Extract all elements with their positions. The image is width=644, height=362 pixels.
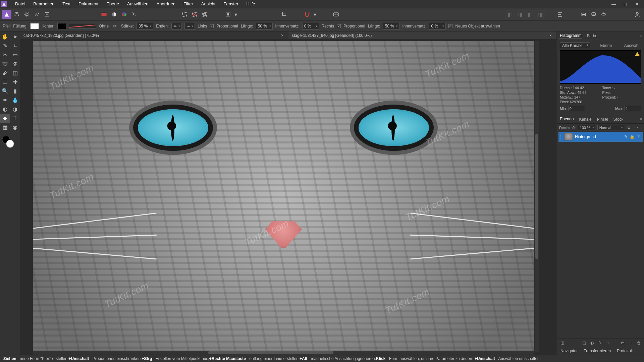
document-tab-2[interactable]: stage-1531427_640.jpg [Geändert] (100,0%… bbox=[288, 32, 557, 39]
panel-tab-navigator[interactable]: Navigator bbox=[560, 349, 578, 353]
duplayer-icon[interactable] bbox=[589, 10, 598, 19]
layer-name[interactable]: Hintergrund bbox=[575, 134, 622, 139]
arrange-front-icon[interactable]: ◨ bbox=[535, 10, 545, 19]
crop-tool-icon[interactable]: ⌗ bbox=[10, 41, 20, 50]
menu-fenster[interactable]: Fenster bbox=[219, 0, 242, 8]
document-tab-1-close-icon[interactable]: × bbox=[280, 33, 285, 38]
menu-bearbeiten[interactable]: Bearbeiten bbox=[29, 0, 58, 8]
burn-tool-icon[interactable]: ◑ bbox=[10, 105, 20, 114]
layer-options-icon[interactable]: ⋯ bbox=[634, 126, 639, 130]
document-tab-1[interactable]: cat-1045782_1920.jpg [Geändert] (75,0%) … bbox=[20, 32, 288, 39]
menu-hilfe[interactable]: Hilfe bbox=[243, 0, 259, 8]
document-tab-2-close-icon[interactable]: × bbox=[548, 33, 553, 38]
dodge-tool-icon[interactable]: ◐ bbox=[0, 105, 10, 114]
autocolor-icon[interactable] bbox=[99, 10, 109, 19]
selectinvert-icon[interactable] bbox=[190, 10, 199, 19]
vertical-scrollbar-thumb[interactable] bbox=[535, 134, 538, 258]
pen-tool-icon[interactable]: ✒ bbox=[0, 96, 10, 105]
histogram-channel-select[interactable]: Alle Kanäle bbox=[560, 42, 590, 49]
layers-adjust-icon[interactable]: ◐ bbox=[589, 340, 595, 346]
autolevel-icon[interactable] bbox=[129, 10, 139, 19]
layers-fx-icon[interactable]: fx bbox=[597, 340, 603, 346]
layer-edit-icon[interactable]: ✎ bbox=[624, 134, 628, 139]
end-left-select[interactable]: ↞ bbox=[171, 23, 182, 29]
left-length-select[interactable]: 50 % bbox=[256, 23, 273, 29]
panel-menu-icon[interactable]: ≡ bbox=[640, 34, 642, 38]
selectall-icon[interactable] bbox=[200, 10, 209, 19]
layer-lock-icon[interactable]: 🔒 bbox=[630, 134, 635, 139]
stroke-swatch[interactable] bbox=[57, 23, 66, 29]
layers-panel-menu-icon[interactable]: ≡ bbox=[640, 117, 642, 122]
opacity-select[interactable]: 100 % bbox=[578, 125, 595, 130]
left-proportional-check[interactable]: ✓ bbox=[210, 24, 214, 28]
autowhite-icon[interactable] bbox=[119, 10, 129, 19]
arrange-back-icon[interactable]: ◧ bbox=[505, 10, 515, 19]
minimize-button[interactable]: ― bbox=[608, 0, 620, 8]
arrange-forward-icon[interactable]: ◧ bbox=[525, 10, 535, 19]
layers-delete-icon[interactable]: 🗑 bbox=[636, 340, 642, 346]
selection-brush-icon[interactable]: ✂ bbox=[0, 50, 10, 59]
menu-datei[interactable]: Datei bbox=[11, 0, 29, 8]
quickmask-icon[interactable] bbox=[223, 10, 233, 19]
layers-maskfrom-icon[interactable]: ◫ bbox=[559, 340, 565, 346]
flood-tool-icon[interactable]: ⚗ bbox=[10, 59, 20, 68]
fill-swatch[interactable] bbox=[30, 23, 39, 29]
align-icon[interactable] bbox=[555, 10, 565, 19]
foreground-color-swatch[interactable] bbox=[6, 140, 14, 148]
selectnone-icon[interactable] bbox=[180, 10, 189, 19]
persona-tone-icon[interactable] bbox=[32, 10, 42, 19]
menu-ansicht[interactable]: Ansicht bbox=[197, 0, 220, 8]
move-tool-icon[interactable]: ➤ bbox=[10, 32, 20, 41]
layers-add-icon[interactable]: ＋ bbox=[628, 340, 634, 346]
menu-anordnen[interactable]: Anordnen bbox=[153, 0, 179, 8]
layers-live-icon[interactable]: ⌁ bbox=[605, 340, 611, 346]
brush-tool-icon[interactable]: 🖌 bbox=[0, 68, 10, 77]
left-inset-select[interactable]: 0 % bbox=[302, 23, 319, 29]
hand-tool-icon[interactable]: ✋ bbox=[0, 32, 10, 41]
panel-tab-pinsel[interactable]: Pinsel bbox=[596, 116, 609, 122]
panel-tab-ebenen[interactable]: Ebenen bbox=[559, 116, 574, 122]
horizontal-scrollbar-thumb[interactable] bbox=[208, 351, 334, 354]
layers-group-icon[interactable]: 🗀 bbox=[620, 340, 626, 346]
lasso-tool-icon[interactable]: ➰ bbox=[0, 59, 10, 68]
zoom-tool-icon[interactable]: 🔍 bbox=[0, 86, 10, 96]
livelayer-icon[interactable]: + bbox=[599, 10, 608, 19]
blend-select[interactable]: Normal bbox=[597, 125, 624, 130]
colorpicker-tool-icon[interactable]: ✎ bbox=[0, 41, 10, 50]
stroke-options-icon[interactable]: ⚙ bbox=[111, 22, 118, 29]
panel-tab-histogramm[interactable]: Histogramm bbox=[559, 33, 582, 39]
hist-min-input[interactable] bbox=[568, 106, 585, 111]
menu-dokument[interactable]: Dokument bbox=[74, 0, 102, 8]
horizontal-scrollbar[interactable] bbox=[33, 351, 534, 355]
right-length-select[interactable]: 50 % bbox=[383, 23, 399, 29]
menu-ebene[interactable]: Ebene bbox=[102, 0, 123, 8]
right-proportional-check[interactable]: ✓ bbox=[337, 24, 341, 28]
panel-tab-farbe[interactable]: Farbe bbox=[586, 33, 598, 39]
smudge-tool-icon[interactable]: 💧 bbox=[10, 96, 20, 105]
persona-liquify-icon[interactable] bbox=[12, 10, 21, 19]
clone-tool-icon[interactable]: ❏ bbox=[0, 77, 10, 86]
canvas[interactable]: TutKit.com TutKit.com TutKit.com TutKit.… bbox=[33, 41, 534, 352]
erase-tool-icon[interactable]: ◫ bbox=[10, 68, 20, 77]
mesh-tool-icon[interactable]: ▦ bbox=[0, 123, 10, 132]
histogram-source-auswahl[interactable]: Auswahl bbox=[622, 43, 641, 48]
new-object-check[interactable]: ✓ bbox=[448, 24, 452, 28]
layer-drag-handle-icon[interactable]: ⋮ bbox=[559, 134, 562, 139]
color-swatch-pair[interactable] bbox=[2, 136, 15, 149]
maximize-button[interactable]: ◻ bbox=[620, 0, 631, 8]
layer-settings-icon[interactable]: ⚙ bbox=[626, 126, 632, 130]
heal-tool-icon[interactable]: ✚ bbox=[10, 77, 20, 86]
strength-select[interactable]: 35 % bbox=[137, 23, 153, 29]
vertical-scrollbar[interactable] bbox=[535, 41, 539, 352]
addlayer-icon[interactable] bbox=[579, 10, 588, 19]
histogram-source-ebene[interactable]: Ebene bbox=[598, 43, 614, 48]
arrange-backward-icon[interactable]: ◨ bbox=[515, 10, 525, 19]
account-icon[interactable] bbox=[633, 10, 642, 19]
layer-visible-icon[interactable]: ☑ bbox=[637, 134, 640, 139]
stroke-style-preview[interactable] bbox=[69, 24, 96, 28]
text-tool-icon[interactable]: T bbox=[10, 114, 20, 123]
snap-icon[interactable] bbox=[303, 10, 312, 19]
menu-text[interactable]: Text bbox=[58, 0, 74, 8]
perspective-tool-icon[interactable]: ◉ bbox=[10, 123, 20, 132]
panel-tab-kanaele[interactable]: Kanäle bbox=[578, 116, 592, 122]
